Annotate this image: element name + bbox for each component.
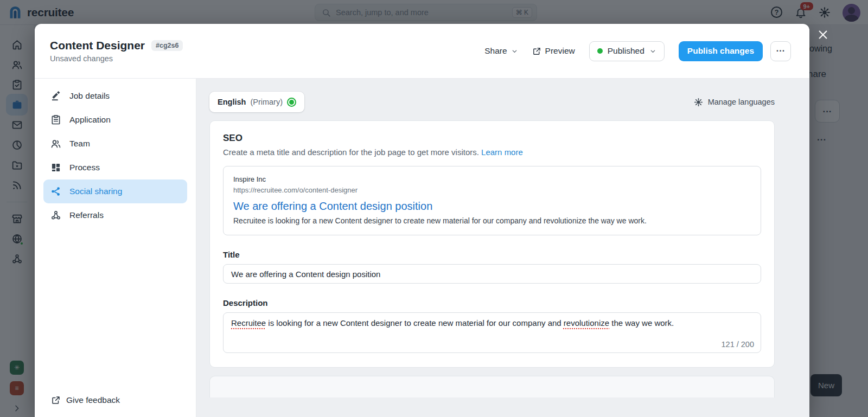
caret-down-icon: [511, 48, 518, 55]
publish-changes-button[interactable]: Publish changes: [679, 41, 763, 61]
give-feedback-label: Give feedback: [66, 395, 120, 405]
description-text: is looking for a new Content designer to…: [266, 318, 564, 328]
screen: recruitee Search, jump to, and more ⌘ K …: [0, 0, 868, 417]
caret-down-icon: [649, 48, 656, 55]
share-button[interactable]: Share: [484, 46, 518, 56]
character-counter: 121 / 200: [722, 340, 754, 349]
seo-heading: SEO: [223, 133, 761, 144]
misspelled-word: Recruitee: [231, 318, 266, 328]
gear-icon: [694, 98, 703, 107]
nav-item-team[interactable]: Team: [43, 132, 187, 156]
job-title: Content Designer: [50, 39, 145, 52]
serp-company: Inspire Inc: [233, 175, 751, 183]
tab-english-primary[interactable]: English (Primary): [209, 92, 304, 112]
misspelled-word: revolutionize: [564, 318, 609, 328]
nav-item-process[interactable]: Process: [43, 156, 187, 179]
language-complete-dot: [287, 98, 296, 107]
seo-card: SEO Create a meta title and description …: [209, 120, 775, 368]
job-code-badge: #cg2s6: [151, 40, 183, 51]
external-link-icon: [51, 395, 61, 405]
modal-sidebar: Job details Application Team Process Soc…: [35, 79, 196, 417]
learn-more-link[interactable]: Learn more: [481, 147, 523, 157]
preview-button[interactable]: Preview: [532, 46, 575, 56]
unsaved-changes-status: Unsaved changes: [50, 54, 183, 63]
modal-header: Content Designer #cg2s6 Unsaved changes …: [35, 24, 809, 79]
preview-label: Preview: [545, 46, 575, 56]
nav-item-label: Referrals: [69, 210, 104, 220]
serp-url: https://recruitee.com/o/content-designer: [233, 186, 751, 194]
pencil-icon: [50, 91, 61, 101]
more-options-button[interactable]: ...: [770, 41, 791, 61]
referrals-icon: [50, 210, 61, 221]
nav-item-label: Job details: [69, 91, 110, 101]
description-text: the way we work.: [609, 318, 674, 328]
manage-languages-label: Manage languages: [708, 98, 775, 106]
process-grid-icon: [50, 162, 61, 173]
serp-title: We are offering a Content design positio…: [233, 200, 751, 213]
nav-item-label: Application: [69, 115, 111, 125]
seo-subtitle: Create a meta title and description for …: [223, 147, 479, 157]
serp-description: Recruitee is looking for a new Content d…: [233, 216, 751, 225]
published-status-dropdown[interactable]: Published: [589, 41, 665, 61]
language-qualifier: (Primary): [250, 98, 283, 106]
next-section-card-partial: [209, 376, 775, 397]
nav-item-application[interactable]: Application: [43, 108, 187, 132]
nav-item-job-details[interactable]: Job details: [43, 84, 187, 108]
share-label: Share: [484, 46, 507, 56]
published-label: Published: [608, 46, 644, 56]
modal-content: English (Primary) Manage languages SEO C…: [196, 79, 809, 417]
nav-item-label: Process: [69, 163, 100, 172]
published-status-dot: [597, 48, 603, 54]
external-link-icon: [532, 47, 541, 56]
clipboard-icon: [50, 114, 61, 125]
nav-item-referrals[interactable]: Referrals: [43, 203, 187, 227]
close-icon[interactable]: [817, 28, 830, 41]
title-input[interactable]: [223, 264, 761, 284]
description-field-label: Description: [223, 298, 761, 307]
nav-item-label: Team: [69, 139, 90, 149]
share-icon: [50, 186, 61, 197]
give-feedback-button[interactable]: Give feedback: [51, 395, 120, 405]
serp-preview: Inspire Inc https://recruitee.com/o/cont…: [223, 166, 761, 235]
manage-languages-button[interactable]: Manage languages: [694, 98, 775, 107]
job-editor-modal: Content Designer #cg2s6 Unsaved changes …: [35, 24, 809, 417]
nav-item-label: Social sharing: [69, 187, 122, 196]
language-name: English: [218, 98, 246, 106]
team-icon: [50, 138, 61, 149]
description-textarea[interactable]: Recruitee is looking for a new Content d…: [223, 312, 761, 353]
nav-item-social-sharing[interactable]: Social sharing: [43, 179, 187, 203]
title-field-label: Title: [223, 250, 761, 259]
